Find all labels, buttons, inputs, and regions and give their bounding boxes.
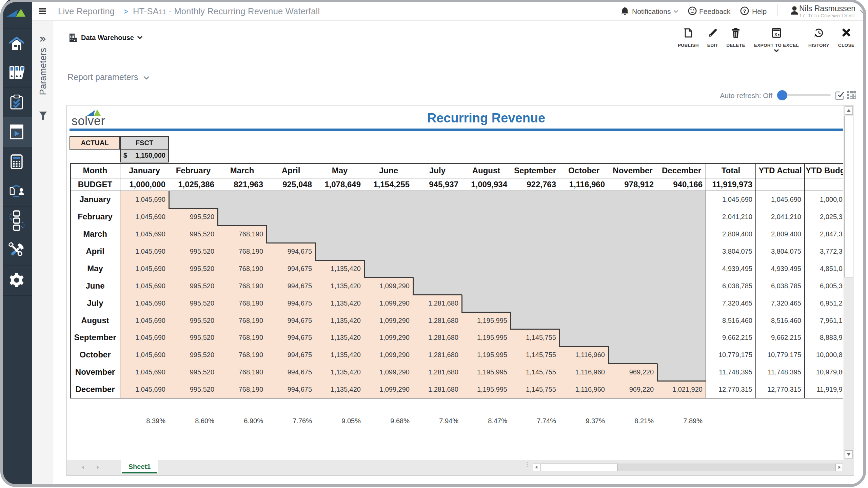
svg-text:x: x	[774, 32, 777, 37]
svg-text:?: ?	[743, 8, 746, 14]
